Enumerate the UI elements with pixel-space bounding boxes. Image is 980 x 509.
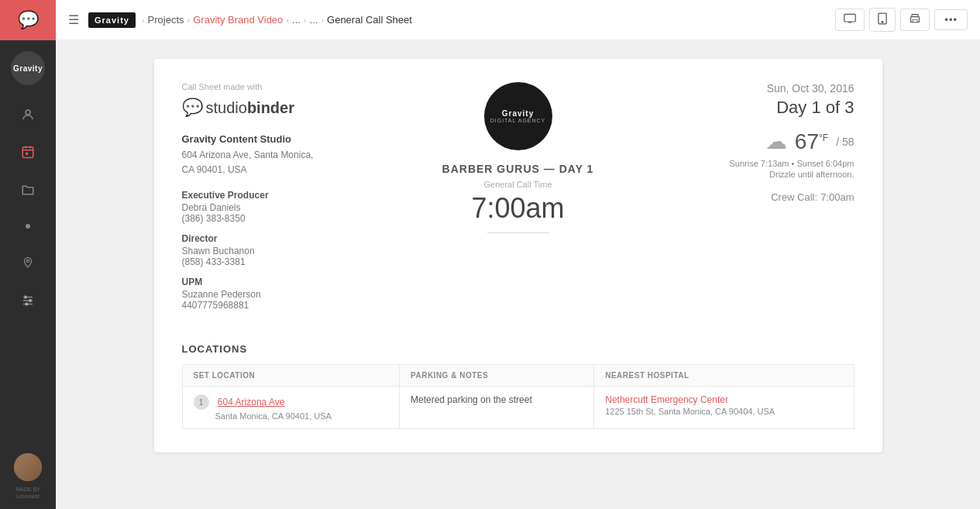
chat-icon: 💬: [18, 10, 39, 30]
breadcrumb-sep4: ›: [304, 15, 307, 25]
temp-low: / 58: [836, 136, 854, 148]
hospital-address: 1225 15th St, Santa Monica, CA 90404, US…: [605, 407, 842, 416]
studiobinder-text: studiobinder: [206, 99, 295, 117]
hospital-name[interactable]: Nethercutt Emergency Center: [605, 394, 842, 405]
location-city: Santa Monica, CA 90401, USA: [215, 411, 389, 421]
call-sheet-header: Call Sheet made with 💬 studiobinder Grav…: [182, 82, 854, 320]
col-set-location: SET LOCATION: [182, 365, 400, 387]
view-desktop-button[interactable]: [835, 9, 865, 31]
cs-center-column: Gravity DIGITAL AGENCY BARBER GURUS — DA…: [411, 82, 625, 320]
breadcrumb-ellipsis2[interactable]: ...: [310, 14, 318, 26]
sidebar-item-location[interactable]: [11, 246, 45, 280]
contact-director: Director Shawn Buchanon (858) 433-3381: [182, 233, 396, 267]
locations-title: LOCATIONS: [182, 343, 854, 355]
company-name: Gravity Content Studio: [182, 133, 396, 145]
topbar: ☰ Gravity › Projects › Gravity Brand Vid…: [56, 0, 980, 40]
svg-point-13: [26, 303, 28, 305]
svg-point-12: [29, 300, 32, 302]
call-time-label: General Call Time: [483, 180, 552, 189]
gravity-logo-text: Gravity: [95, 15, 129, 25]
svg-point-11: [25, 296, 27, 298]
content-area: Call Sheet made with 💬 studiobinder Grav…: [56, 40, 980, 509]
svg-point-18: [882, 21, 883, 22]
svg-rect-20: [913, 20, 917, 22]
breadcrumb-sep1: ›: [142, 15, 145, 25]
project-title: BARBER GURUS — DAY 1: [442, 163, 594, 175]
hamburger-icon[interactable]: ☰: [68, 12, 79, 27]
call-time: 7:00am: [471, 192, 564, 225]
cs-left-column: Call Sheet made with 💬 studiobinder Grav…: [182, 82, 396, 320]
crew-call: Crew Call:7:00am: [641, 191, 854, 203]
cloud-icon: ☁: [765, 129, 787, 154]
sidebar-item-calendar[interactable]: [11, 135, 45, 169]
sidebar-app-button[interactable]: 💬: [0, 0, 56, 40]
weather-widget: ☁ 67°F / 58: [641, 129, 854, 154]
sidebar: 💬 Gravity MADE BYLennovist: [0, 0, 56, 509]
shoot-date: Sun, Oct 30, 2016: [641, 82, 854, 95]
view-tablet-button[interactable]: [869, 8, 896, 32]
project-logo: Gravity DIGITAL AGENCY: [484, 82, 552, 150]
sun-times: Sunrise 7:13am • Sunset 6:04pm: [641, 159, 854, 168]
studiobinder-icon: 💬: [182, 98, 203, 118]
contact-executive-producer: Executive Producer Debra Daniels (386) 3…: [182, 190, 396, 224]
sidebar-logo-text: Gravity: [13, 64, 43, 73]
sidebar-item-folder[interactable]: [11, 172, 45, 206]
breadcrumb-sep2: ›: [187, 15, 191, 25]
locations-section: LOCATIONS SET LOCATION PARKING & NOTES N…: [182, 343, 854, 429]
made-by-label: MADE BYLennovist: [15, 486, 40, 500]
breadcrumb-projects[interactable]: Projects: [148, 14, 184, 26]
breadcrumb-sep3: ›: [286, 15, 289, 25]
avatar-image: [14, 453, 42, 481]
col-hospital: NEAREST HOSPITAL: [594, 365, 854, 387]
day-of: Day 1 of 3: [641, 98, 854, 118]
parking-notes-cell: Metered parking on the street: [400, 387, 594, 429]
topbar-right: •••: [835, 8, 968, 32]
location-address-cell: 1 604 Arizona Ave Santa Monica, CA 90401…: [182, 387, 400, 429]
cs-right-column: Sun, Oct 30, 2016 Day 1 of 3 ☁ 67°F / 58…: [641, 82, 854, 320]
more-options-button[interactable]: •••: [934, 9, 968, 30]
temp-high: 67°F: [795, 129, 828, 154]
sidebar-logo[interactable]: Gravity: [11, 51, 45, 85]
breadcrumb: › Projects › Gravity Brand Video › ... ›…: [142, 14, 412, 26]
svg-point-6: [26, 224, 30, 229]
locations-table: SET LOCATION PARKING & NOTES NEAREST HOS…: [182, 364, 854, 429]
col-parking: PARKING & NOTES: [400, 365, 594, 387]
sidebar-item-dot[interactable]: [11, 209, 45, 243]
breadcrumb-ellipsis1[interactable]: ...: [292, 14, 301, 26]
svg-rect-14: [844, 14, 855, 22]
location-row: 1 604 Arizona Ave Santa Monica, CA 90401…: [182, 387, 854, 429]
gravity-logo[interactable]: Gravity: [88, 12, 136, 28]
svg-rect-5: [26, 153, 28, 155]
svg-point-0: [26, 110, 30, 115]
main-area: ☰ Gravity › Projects › Gravity Brand Vid…: [56, 0, 980, 509]
breadcrumb-project[interactable]: Gravity Brand Video: [193, 14, 283, 26]
center-divider: [487, 232, 549, 233]
avatar[interactable]: [14, 453, 42, 481]
company-address: 604 Arizona Ave, Santa Monica, CA 90401,…: [182, 148, 396, 177]
sidebar-bottom: MADE BYLennovist: [14, 444, 42, 509]
location-number: 1: [194, 394, 209, 410]
sidebar-item-people[interactable]: [11, 98, 45, 132]
weather-description: Drizzle until afternoon.: [641, 170, 854, 179]
call-sheet: Call Sheet made with 💬 studiobinder Grav…: [154, 59, 882, 452]
sidebar-nav: [11, 91, 45, 444]
made-with-label: Call Sheet made with: [182, 82, 396, 91]
contact-upm: UPM Suzanne Pederson 4407775968881: [182, 277, 396, 311]
svg-point-7: [26, 260, 29, 262]
sidebar-item-settings[interactable]: [11, 284, 45, 318]
breadcrumb-current: General Call Sheet: [327, 14, 412, 26]
studiobinder-logo: 💬 studiobinder: [182, 98, 396, 118]
breadcrumb-sep5: ›: [321, 15, 324, 25]
view-print-button[interactable]: [900, 9, 930, 31]
hospital-cell: Nethercutt Emergency Center 1225 15th St…: [594, 387, 854, 429]
location-address-link[interactable]: 604 Arizona Ave: [218, 397, 285, 408]
